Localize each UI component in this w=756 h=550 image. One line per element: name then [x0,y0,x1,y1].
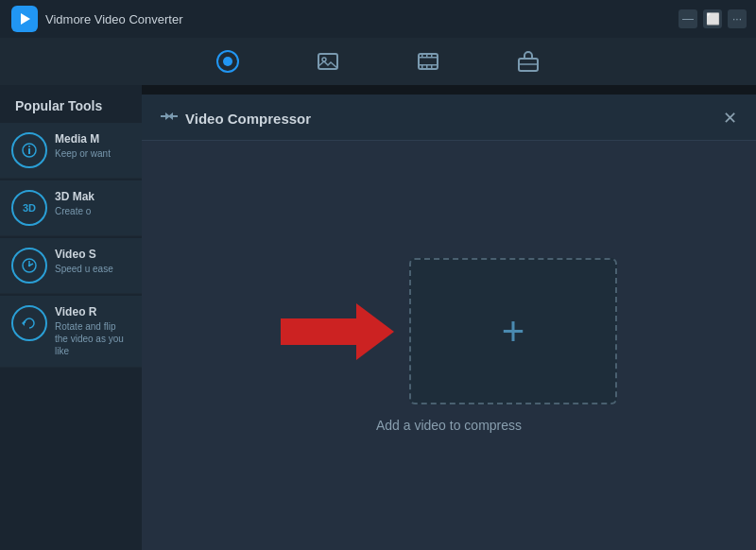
svg-point-18 [28,146,30,147]
video-speed-info: Video S Speed u ease [55,248,113,275]
sidebar-item-video-rotate[interactable]: Video R Rotate and flip the video as you… [0,296,142,368]
media-metadata-desc: Keep or want [55,147,111,160]
nav-photo[interactable] [316,49,340,74]
sidebar-item-3d-maker[interactable]: 3D 3D Mak Create o [0,180,142,236]
title-bar-controls: — ⬜ ··· [679,9,747,28]
arrow-body [281,318,356,345]
video-rotate-name: Video R [55,305,130,318]
modal-title: Video Compressor [185,111,311,127]
media-metadata-name: Media M [55,132,111,146]
modal-body: + Add a video to compress [142,141,756,550]
svg-rect-12 [426,65,428,69]
3d-maker-name: 3D Mak [55,190,94,203]
more-btn[interactable]: ··· [728,9,747,28]
video-compressor-modal: Video Compressor ✕ + [142,95,756,550]
nav-toolbox[interactable] [516,49,541,74]
svg-rect-13 [431,65,433,69]
plus-icon: + [502,312,525,352]
sidebar-item-media-metadata[interactable]: Media M Keep or want [0,123,142,179]
3d-maker-desc: Create o [55,205,94,217]
drop-zone-row: + [281,258,617,404]
video-rotate-desc: Rotate and flip the video as you like [55,320,130,357]
svg-rect-10 [431,54,433,57]
maximize-btn[interactable]: ⬜ [703,9,722,28]
app-title: Vidmore Video Converter [45,12,183,26]
sidebar-title: Popular Tools [0,85,142,123]
nav-bar [0,38,756,85]
media-metadata-info: Media M Keep or want [55,132,111,160]
arrow-head [356,303,394,360]
svg-rect-8 [421,54,423,57]
drop-zone[interactable]: + [409,258,617,404]
app-logo [11,6,38,32]
main-area: Popular Tools Media M Keep or want 3D 3D [0,85,756,550]
svg-rect-6 [419,57,438,59]
svg-rect-9 [426,54,428,57]
svg-rect-11 [421,65,423,69]
svg-point-20 [28,265,30,266]
title-bar: Vidmore Video Converter — ⬜ ··· [0,0,756,38]
3d-maker-info: 3D Mak Create o [55,190,94,217]
svg-marker-0 [21,13,30,25]
sidebar-item-video-speed[interactable]: Video S Speed u ease [0,238,142,294]
modal-title-row: Video Compressor [161,110,311,127]
add-video-label: Add a video to compress [376,418,522,433]
video-rotate-info: Video R Rotate and flip the video as you… [55,305,130,357]
content-area: Rotate and flip the video as you like Ad… [142,85,756,550]
svg-marker-28 [168,112,173,120]
nav-film[interactable] [416,49,440,74]
video-speed-desc: Speed u ease [55,263,113,275]
video-speed-icon [11,248,47,284]
modal-close-button[interactable]: ✕ [723,108,737,129]
svg-point-2 [223,57,232,66]
svg-rect-3 [318,54,337,69]
modal-title-icon [161,110,178,127]
red-arrow [281,303,394,360]
media-metadata-icon [11,132,47,168]
sidebar: Popular Tools Media M Keep or want 3D 3D [0,85,142,550]
3d-maker-icon: 3D [11,190,47,226]
modal-header: Video Compressor ✕ [142,95,756,141]
minimize-btn[interactable]: — [679,9,697,28]
nav-converter[interactable] [215,49,240,74]
video-rotate-icon [11,305,47,341]
svg-marker-21 [22,320,25,326]
video-speed-name: Video S [55,248,113,261]
drop-zone-container: + Add a video to compress [281,258,617,433]
